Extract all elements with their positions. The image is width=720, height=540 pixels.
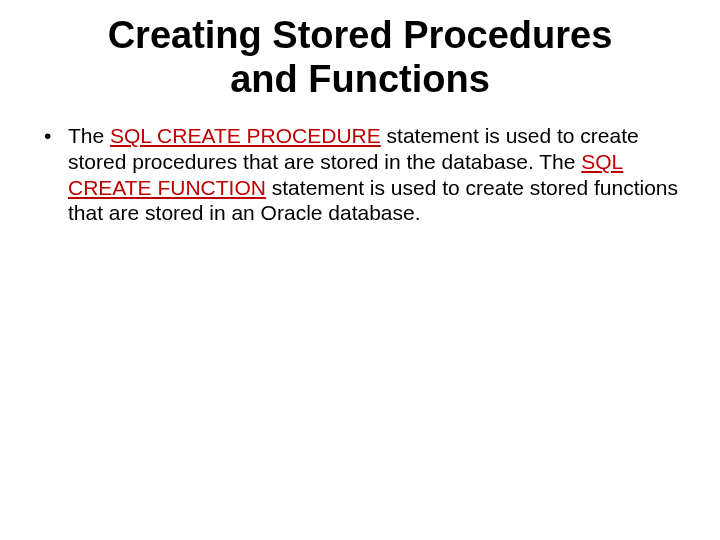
slide-body: The SQL CREATE PROCEDURE statement is us… — [30, 123, 690, 225]
keyword-create-procedure: SQL CREATE PROCEDURE — [110, 124, 381, 147]
bullet-text-segment: The — [68, 124, 110, 147]
bullet-item: The SQL CREATE PROCEDURE statement is us… — [38, 123, 690, 225]
slide: Creating Stored Procedures and Functions… — [0, 0, 720, 540]
slide-title: Creating Stored Procedures and Functions — [70, 14, 650, 101]
bullet-list: The SQL CREATE PROCEDURE statement is us… — [38, 123, 690, 225]
